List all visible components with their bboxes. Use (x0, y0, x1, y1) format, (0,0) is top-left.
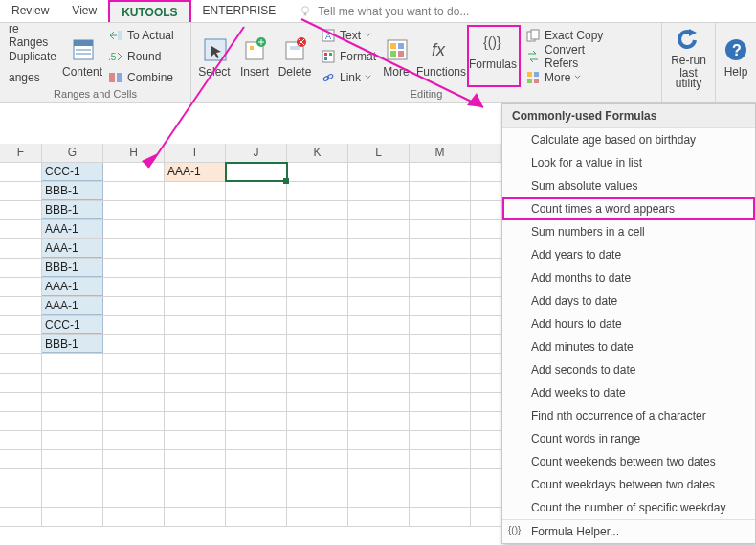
cell[interactable] (42, 450, 103, 468)
cell[interactable] (348, 182, 410, 200)
cell[interactable] (165, 488, 226, 507)
cell[interactable] (165, 393, 226, 411)
cell[interactable] (226, 354, 287, 373)
cell[interactable] (0, 278, 42, 296)
cell[interactable] (410, 259, 471, 277)
cell[interactable] (226, 412, 287, 430)
round-button[interactable]: .5 Round (105, 46, 182, 66)
col-K[interactable]: K (287, 144, 348, 162)
cell[interactable] (103, 488, 165, 507)
cell[interactable] (0, 201, 42, 219)
cell[interactable] (165, 278, 226, 296)
cell[interactable] (226, 335, 287, 353)
tab-view[interactable]: View (60, 0, 108, 22)
cell[interactable] (348, 469, 410, 488)
cell[interactable] (0, 450, 42, 468)
cell[interactable] (103, 412, 165, 430)
cell[interactable] (410, 354, 471, 373)
link-button[interactable]: Link (318, 67, 375, 87)
cell[interactable] (287, 508, 348, 526)
cell[interactable] (165, 259, 226, 277)
cell[interactable] (165, 431, 226, 449)
more-button-2[interactable]: More (523, 67, 614, 87)
menu-item[interactable]: Count weekdays between two dates (502, 473, 755, 496)
col-L[interactable]: L (348, 144, 410, 162)
menu-item[interactable]: Add days to date (502, 289, 755, 312)
cell[interactable]: BBB-1 (42, 201, 103, 219)
cell[interactable] (287, 431, 348, 449)
cell[interactable] (287, 450, 348, 468)
menu-item[interactable]: Look for a value in list (502, 151, 755, 174)
cell[interactable] (42, 354, 103, 373)
cell[interactable] (287, 239, 348, 258)
cell[interactable] (103, 354, 165, 373)
cell[interactable] (165, 335, 226, 353)
cell[interactable] (410, 374, 471, 392)
cell[interactable]: AAA-1 (42, 220, 103, 238)
cell[interactable] (103, 278, 165, 296)
cell[interactable] (226, 508, 287, 526)
cell[interactable] (165, 450, 226, 468)
cell[interactable] (410, 297, 471, 315)
cell[interactable] (103, 259, 165, 277)
cell[interactable] (103, 182, 165, 200)
cell[interactable] (226, 393, 287, 411)
cell[interactable]: BBB-1 (42, 259, 103, 277)
cell[interactable] (0, 508, 42, 526)
combine-button[interactable]: Combine (105, 67, 182, 87)
menu-item[interactable]: Calculate age based on birthday (502, 128, 755, 151)
cell[interactable] (42, 469, 103, 488)
cell[interactable] (103, 239, 165, 258)
cell[interactable] (410, 450, 471, 468)
cell[interactable] (348, 163, 410, 181)
cell[interactable] (410, 393, 471, 411)
to-actual-button[interactable]: To Actual (105, 25, 182, 45)
cell[interactable] (42, 393, 103, 411)
cell[interactable] (348, 488, 410, 507)
cell[interactable] (287, 182, 348, 200)
text-button[interactable]: A Text (318, 25, 375, 45)
cell[interactable] (0, 163, 42, 181)
cell[interactable] (103, 335, 165, 353)
cell[interactable] (165, 182, 226, 200)
cell[interactable] (103, 450, 165, 468)
cell[interactable] (103, 393, 165, 411)
cell[interactable]: CCC-1 (42, 316, 103, 334)
cell[interactable] (410, 431, 471, 449)
col-I[interactable]: I (165, 144, 226, 162)
help-button[interactable]: ? Help (720, 25, 752, 87)
cell[interactable] (410, 182, 471, 200)
cell[interactable] (410, 239, 471, 258)
formulas-button[interactable]: {()} Formulas (469, 27, 519, 71)
cell[interactable] (287, 163, 348, 181)
cell[interactable] (410, 412, 471, 430)
cell[interactable] (0, 182, 42, 200)
tab-kutools[interactable]: KUTOOLS (108, 0, 190, 22)
menu-item[interactable]: Count weekends between two dates (502, 450, 755, 473)
cell[interactable] (42, 431, 103, 449)
cell[interactable] (226, 469, 287, 488)
cell[interactable] (410, 316, 471, 334)
rerun-button[interactable]: Re-runlast utility (666, 25, 711, 89)
menu-item[interactable]: Sum absolute values (502, 174, 755, 197)
menu-item[interactable]: Count the number of specific weekday (502, 496, 755, 519)
cell[interactable] (165, 469, 226, 488)
cell[interactable] (0, 354, 42, 373)
cell[interactable] (287, 259, 348, 277)
delete-button[interactable]: Delete (276, 25, 316, 87)
cell[interactable] (287, 488, 348, 507)
menu-item[interactable]: Sum numbers in a cell (502, 220, 755, 243)
cell[interactable] (348, 259, 410, 277)
anges-button[interactable]: anges (6, 67, 61, 87)
cell[interactable] (0, 335, 42, 353)
cell[interactable] (103, 508, 165, 526)
cell[interactable] (410, 201, 471, 219)
menu-item[interactable]: Add minutes to date (502, 335, 755, 358)
cell[interactable] (103, 431, 165, 449)
cell[interactable] (42, 508, 103, 526)
cell[interactable] (410, 163, 471, 181)
format-button[interactable]: Format (318, 46, 375, 66)
cell[interactable] (287, 201, 348, 219)
cell[interactable] (287, 297, 348, 315)
cell[interactable] (103, 220, 165, 238)
